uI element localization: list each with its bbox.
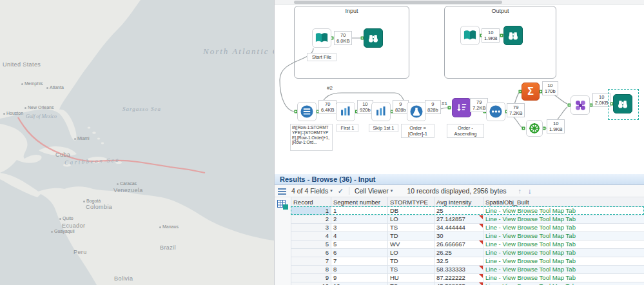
spatial-link[interactable]: Line - View Browse Tool Map Tab [483,257,644,266]
stormtype-cell[interactable]: DB [388,207,434,215]
tool-caption[interactable]: Start File [307,53,337,61]
spatial-link[interactable]: Line - View Browse Tool Map Tab [483,224,644,232]
segment-cell[interactable]: 1 [331,207,388,215]
map-pane[interactable]: United States Memphis Atlanta New Orlean… [0,0,274,285]
spatial-link[interactable]: Line - View Browse Tool Map Tab [483,274,644,282]
table-row[interactable]: 5 5 WV 26.666667 Line - View Browse Tool… [291,241,644,249]
record-cell[interactable]: 4 [291,232,331,241]
spatial-link[interactable]: Line - View Browse Tool Map Tab [483,207,644,215]
running-total-tool[interactable] [486,102,505,121]
stormtype-cell[interactable]: TD [388,232,434,241]
record-count-annotation[interactable]: 10 170b [542,81,558,95]
tool-caption[interactable]: Order = [Order]-1 [401,124,434,138]
record-count-annotation[interactable]: 10 1.9KB [482,28,500,43]
column-header-spatialobj[interactable]: SpatialObj_Built [483,197,644,207]
column-header-segment[interactable]: Segment number [331,197,388,207]
segment-cell[interactable]: 4 [331,232,388,241]
apply-check-icon[interactable]: ✓ [338,187,344,195]
record-cell[interactable]: 6 [291,249,331,257]
record-count-annotation[interactable]: 10 920b [357,100,373,114]
formula-tool[interactable] [407,102,426,121]
scroll-down-icon[interactable]: ↓ [528,187,532,195]
stormtype-cell[interactable]: WV [388,241,434,249]
tool-caption[interactable]: First 1 [337,124,358,132]
stormtype-cell[interactable]: TS [388,266,434,274]
column-header-avg-intensity[interactable]: Avg Intensity [434,197,483,207]
tool-caption[interactable]: Skip 1st 1 [369,124,398,132]
segment-cell[interactable]: 6 [331,249,388,257]
workflow-canvas[interactable]: Input Output [274,0,644,174]
avg-intensity-cell[interactable]: 58.333333 [434,266,483,274]
column-header-record[interactable]: Record [291,197,331,207]
fields-dropdown[interactable]: 4 of 4 Fields ▾ [291,187,333,195]
table-row[interactable]: 9 9 HU 87.222222 Line - View Browse Tool… [291,274,644,282]
avg-intensity-cell[interactable]: 87.222222 [434,274,483,282]
record-cell[interactable]: 8 [291,266,331,274]
spatial-link[interactable]: Line - View Browse Tool Map Tab [483,282,644,285]
stormtype-cell[interactable]: LO [388,249,434,257]
segment-cell[interactable]: 3 [331,224,388,232]
spatial-link[interactable]: Line - View Browse Tool Map Tab [483,249,644,257]
multi-row-formula-tool[interactable] [297,102,317,121]
avg-intensity-cell[interactable]: 25 [434,207,483,215]
avg-intensity-cell[interactable]: 26.25 [434,249,483,257]
avg-intensity-cell[interactable]: 27.142857 [434,215,483,224]
browse-tool[interactable] [503,26,523,45]
input-data-tool[interactable] [460,26,480,45]
record-count-annotation[interactable]: 70 6.4KB [318,100,337,114]
table-row[interactable]: 2 2 LO 27.142857 Line - View Browse Tool… [291,215,644,224]
spatial-link[interactable]: Line - View Browse Tool Map Tab [483,241,644,249]
record-cell[interactable]: 5 [291,241,331,249]
table-row[interactable]: 6 6 LO 26.25 Line - View Browse Tool Map… [291,249,644,257]
table-row[interactable]: 10 10 TS 45.588235 Line - View Browse To… [291,282,644,285]
avg-intensity-cell[interactable]: 32.5 [434,257,483,266]
record-count-annotation[interactable]: 9 828b [393,100,409,114]
stormtype-cell[interactable]: TS [388,282,434,285]
formula-annotation[interactable]: iif([Row-1:STORMTYPE]=[STORMTYPE],[Row-1… [290,124,333,151]
stormtype-cell[interactable]: HU [388,274,434,282]
stormtype-cell[interactable]: LO [388,215,434,224]
sample-tool-first[interactable] [336,102,355,121]
record-cell[interactable]: 9 [291,274,331,282]
stormtype-cell[interactable]: TD [388,257,434,266]
record-count-annotation[interactable]: 79 7.2KB [507,103,525,117]
record-count-annotation[interactable]: 10 1.9KB [547,119,565,133]
cell-viewer-dropdown[interactable]: Cell Viewer ▾ [355,187,393,195]
spatial-link[interactable]: Line - View Browse Tool Map Tab [483,232,644,241]
input-data-tool[interactable] [312,28,331,48]
scroll-up-icon[interactable]: ↑ [518,187,522,195]
avg-intensity-cell[interactable]: 26.666667 [434,241,483,249]
segment-cell[interactable]: 9 [331,274,388,282]
segment-cell[interactable]: 10 [331,282,388,285]
table-row[interactable]: 7 7 TD 32.5 Line - View Browse Tool Map … [291,257,644,266]
table-row[interactable]: 8 8 TS 58.333333 Line - View Browse Tool… [291,266,644,274]
summarize-tool[interactable]: Σ [522,83,540,101]
record-count-annotation[interactable]: 9 828b [425,100,441,114]
spatial-link[interactable]: Line - View Browse Tool Map Tab [483,266,644,274]
segment-cell[interactable]: 7 [331,257,388,266]
tool-caption[interactable]: Order - Ascending [447,124,484,138]
layout-options-icon[interactable] [278,188,286,195]
record-cell[interactable]: 10 [291,282,331,285]
table-row[interactable]: 3 3 TS 34.444444 Line - View Browse Tool… [291,224,644,232]
record-cell[interactable]: 3 [291,224,331,232]
sort-tool[interactable] [452,98,471,117]
sample-tool-skip[interactable] [371,102,391,121]
column-header-stormtype[interactable]: STORMTYPE [388,197,434,207]
table-row[interactable]: 1 1 DB 25 Line - View Browse Tool Map Ta… [291,207,644,215]
segment-cell[interactable]: 5 [331,241,388,249]
stormtype-cell[interactable]: TS [388,224,434,232]
avg-intensity-cell[interactable]: 34.444444 [434,224,483,232]
segment-cell[interactable]: 8 [331,266,388,274]
spatial-link[interactable]: Line - View Browse Tool Map Tab [483,215,644,224]
poly-build-tool[interactable] [526,120,543,137]
record-cell[interactable]: 1 [291,207,331,215]
record-cell[interactable]: 7 [291,257,331,266]
browse-tool-selected[interactable] [613,94,632,113]
browse-tool[interactable] [364,28,383,48]
avg-intensity-cell[interactable]: 30 [434,232,483,241]
join-multiple-tool[interactable] [571,95,590,115]
segment-cell[interactable]: 2 [331,215,388,224]
table-view-icon[interactable] [277,200,288,210]
record-cell[interactable]: 2 [291,215,331,224]
